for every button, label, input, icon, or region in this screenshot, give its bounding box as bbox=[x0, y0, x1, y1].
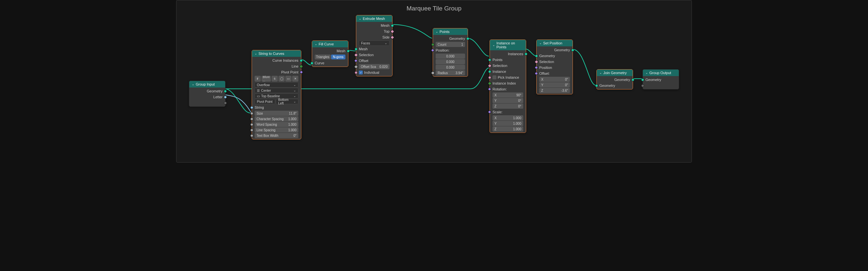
socket-virtual-out[interactable] bbox=[224, 102, 227, 104]
node-header[interactable]: ⌄Set Position bbox=[537, 40, 572, 46]
socket-out[interactable] bbox=[466, 37, 469, 40]
socket-in[interactable] bbox=[595, 84, 598, 87]
offset-z-field[interactable]: Z-3.6" bbox=[539, 88, 570, 93]
scale-x-field[interactable]: X1.000 bbox=[493, 115, 523, 121]
socket-out[interactable] bbox=[390, 35, 395, 39]
scale-y-field[interactable]: Y1.000 bbox=[493, 121, 523, 126]
input-mesh: Mesh bbox=[359, 47, 368, 51]
node-header[interactable]: ⌄Fill Curve bbox=[312, 41, 348, 47]
pos-x-field[interactable]: 0.000 bbox=[436, 54, 465, 59]
rot-x-field[interactable]: X90° bbox=[493, 92, 523, 98]
datablock-icon[interactable]: ◯ bbox=[278, 76, 285, 81]
socket-out[interactable] bbox=[299, 64, 303, 69]
offset-y-field[interactable]: Y0" bbox=[539, 82, 570, 88]
rot-y-field[interactable]: Y0° bbox=[493, 98, 523, 103]
socket-in[interactable] bbox=[354, 59, 358, 62]
ngons-button[interactable]: N-gons bbox=[331, 55, 345, 60]
scale-z-field[interactable]: Z1.000 bbox=[493, 126, 523, 132]
node-string-to-curves[interactable]: ⌄String to Curves Curve Instances Line P… bbox=[252, 50, 301, 139]
text-box-width-field[interactable]: Text Box Width0" bbox=[255, 133, 299, 138]
socket-in[interactable] bbox=[488, 87, 491, 91]
socket-string-out[interactable] bbox=[224, 96, 227, 99]
socket-in[interactable] bbox=[488, 76, 491, 79]
socket-in[interactable] bbox=[250, 123, 253, 126]
socket-out[interactable] bbox=[300, 59, 303, 62]
socket-in[interactable] bbox=[354, 48, 358, 50]
socket-in[interactable] bbox=[431, 48, 434, 52]
node-header[interactable]: ⌄Extrude Mesh bbox=[356, 15, 392, 22]
mode-dropdown[interactable]: Faces⌄ bbox=[359, 40, 390, 46]
size-field[interactable]: Size11.8" bbox=[255, 111, 299, 116]
socket-in[interactable] bbox=[310, 62, 313, 65]
socket-out[interactable] bbox=[299, 70, 303, 74]
socket-in[interactable] bbox=[488, 59, 491, 61]
socket-in[interactable] bbox=[641, 78, 644, 81]
count-field[interactable]: Count1 bbox=[436, 42, 465, 47]
socket-in[interactable] bbox=[250, 129, 253, 132]
socket-in[interactable] bbox=[534, 71, 538, 75]
node-group-input[interactable]: ⌄Group Input Geometry Letter bbox=[189, 81, 225, 107]
socket-in[interactable] bbox=[535, 55, 538, 58]
node-group-output[interactable]: ⌄Group Output Geometry bbox=[643, 69, 679, 90]
input-instance: Instance bbox=[493, 70, 506, 73]
socket-in[interactable] bbox=[431, 71, 435, 75]
offset-scale-field[interactable]: Offset Sca0.020 bbox=[359, 64, 390, 69]
char-spacing-field[interactable]: Character Spacing1.000 bbox=[255, 116, 299, 122]
socket-out[interactable] bbox=[525, 53, 527, 56]
socket-in[interactable] bbox=[250, 134, 253, 137]
rot-z-field[interactable]: Z0° bbox=[493, 103, 523, 109]
node-fill-curve[interactable]: ⌄Fill Curve Mesh Triangles N-gons Curve bbox=[312, 40, 348, 67]
node-set-position[interactable]: ⌄Set Position Geometry Geometry Selectio… bbox=[536, 39, 573, 94]
node-points[interactable]: ⌄Points Geometry Count1 Position: 0.000 … bbox=[433, 28, 468, 77]
output-geometry: Geometry bbox=[450, 37, 465, 40]
socket-in[interactable] bbox=[534, 66, 538, 69]
socket-in[interactable] bbox=[354, 71, 358, 74]
socket-out[interactable] bbox=[571, 49, 574, 52]
socket-out[interactable] bbox=[390, 29, 395, 34]
socket-out[interactable] bbox=[391, 24, 394, 27]
node-join-geometry[interactable]: ⌄Join Geometry Geometry Geometry bbox=[596, 69, 633, 90]
socket-out[interactable] bbox=[631, 78, 634, 81]
node-editor-canvas[interactable]: Marquee Tile Group ⌄Group Input Geometry… bbox=[176, 0, 692, 163]
font-name-dropdown[interactable]: Bfont ... bbox=[261, 76, 271, 81]
overflow-dropdown[interactable]: Overflow⌄ bbox=[255, 82, 299, 88]
socket-in[interactable] bbox=[488, 110, 491, 114]
node-instance-on-points[interactable]: ⌄Instance on Points Instances Points Sel… bbox=[490, 39, 526, 133]
socket-in[interactable] bbox=[534, 60, 538, 64]
socket-in[interactable] bbox=[354, 53, 358, 57]
line-spacing-field[interactable]: Line Spacing1.000 bbox=[255, 127, 299, 133]
radius-field[interactable]: Radius3.94" bbox=[436, 70, 465, 75]
node-extrude-mesh[interactable]: ⌄Extrude Mesh Mesh Top Side Faces⌄ Mesh … bbox=[356, 15, 393, 76]
input-selection: Selection bbox=[539, 60, 554, 64]
socket-geometry-out[interactable] bbox=[224, 90, 227, 93]
align-dropdown[interactable]: ☰Center⌄ bbox=[255, 88, 299, 93]
socket-in[interactable] bbox=[250, 112, 253, 115]
pick-instance-checkbox[interactable]: Pick Instance bbox=[490, 74, 526, 80]
socket-in[interactable] bbox=[250, 117, 253, 121]
pivot-point-dropdown[interactable]: Bottom Left⌄ bbox=[276, 99, 299, 104]
font-number[interactable]: 6 bbox=[272, 76, 278, 81]
open-folder-icon[interactable]: ▭ bbox=[285, 76, 291, 81]
node-header[interactable]: ⌄Join Geometry bbox=[597, 70, 633, 76]
socket-in[interactable] bbox=[488, 64, 492, 68]
offset-x-field[interactable]: X0" bbox=[539, 77, 570, 82]
close-icon[interactable]: ✕ bbox=[292, 76, 299, 81]
socket-out[interactable] bbox=[347, 49, 350, 53]
node-header[interactable]: ⌄Instance on Points bbox=[490, 40, 526, 50]
socket-in[interactable] bbox=[488, 81, 492, 86]
pos-y-field[interactable]: 0.000 bbox=[436, 59, 465, 64]
chevron-down-icon: ⌄ bbox=[493, 43, 495, 47]
node-header[interactable]: ⌄String to Curves bbox=[252, 50, 301, 57]
node-header[interactable]: ⌄Group Output bbox=[643, 70, 679, 76]
socket-string-in[interactable] bbox=[250, 106, 253, 109]
pos-z-field[interactable]: 0.000 bbox=[436, 65, 465, 70]
individual-checkbox[interactable]: ✓Individual bbox=[356, 70, 392, 75]
node-header[interactable]: ⌄Group Input bbox=[189, 81, 225, 88]
socket-in[interactable] bbox=[431, 43, 434, 46]
triangles-button[interactable]: Triangles bbox=[315, 55, 331, 60]
word-spacing-field[interactable]: Word Spacing1.000 bbox=[255, 122, 299, 127]
socket-in[interactable] bbox=[354, 65, 358, 69]
socket-virtual-in[interactable] bbox=[641, 84, 644, 87]
node-header[interactable]: ⌄Points bbox=[433, 28, 468, 35]
socket-in[interactable] bbox=[488, 70, 491, 73]
